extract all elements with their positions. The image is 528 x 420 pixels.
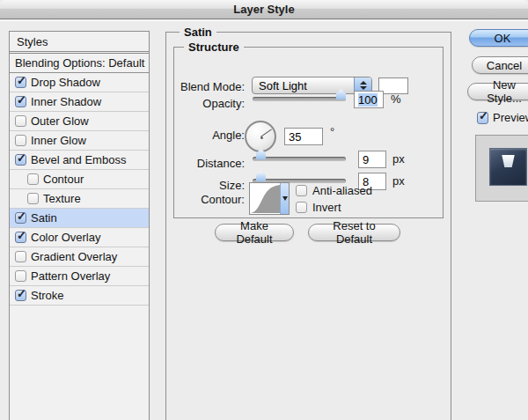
checked-checkbox-icon[interactable] [15,232,26,243]
distance-input[interactable]: 9 [358,151,386,168]
window-title: Layer Style [233,3,294,16]
make-default-button[interactable]: Make Default [215,224,294,241]
sidebar-item-label: Color Overlay [31,231,100,244]
sidebar-item-stroke[interactable]: Stroke [10,286,149,306]
preview-shape [500,155,517,167]
styles-header: Styles [10,32,149,52]
sidebar-item-label: Bevel and Emboss [31,153,126,166]
styles-sidebar: Styles Blending Options: DefaultDrop Sha… [9,31,150,420]
styles-list: Blending Options: DefaultDrop ShadowInne… [10,54,149,306]
angle-input[interactable]: 35 [284,128,323,145]
invert-checkbox-box[interactable] [296,202,307,213]
sidebar-item-label: Satin [31,211,57,225]
sidebar-item-pattern-overlay[interactable]: Pattern Overlay [10,267,149,286]
reset-to-default-button[interactable]: Reset to Default [308,224,400,241]
contour-dropdown-arrow-icon[interactable] [280,183,289,214]
contour-curve-thumbnail [250,183,280,214]
sidebar-item-label: Drop Shadow [31,76,100,89]
sidebar-item-label: Pattern Overlay [31,269,110,283]
blend-mode-value: Soft Light [259,79,307,92]
sidebar-item-blending-options-default[interactable]: Blending Options: Default [10,54,149,73]
checked-checkbox-icon[interactable] [15,154,26,166]
unchecked-checkbox-icon[interactable] [27,173,39,185]
opacity-value: 100 [358,93,378,107]
sidebar-item-texture[interactable]: Texture [10,189,149,209]
checked-checkbox-icon[interactable] [15,96,26,107]
layer-style-dialog: Layer Style Styles Blending Options: Def… [0,0,528,420]
unchecked-checkbox-icon[interactable] [15,270,26,282]
blend-mode-label: Blend Mode: [165,80,245,93]
distance-slider[interactable] [253,157,346,161]
angle-value: 35 [289,130,301,144]
distance-value: 9 [363,153,369,166]
sidebar-item-satin[interactable]: Satin [10,209,149,228]
structure-group: Structure Blend Mode: Soft Light Opacity… [173,47,444,218]
angle-label: Angle: [165,129,245,142]
size-label: Size: [165,179,245,192]
sidebar-item-inner-glow[interactable]: Inner Glow [10,131,149,151]
preview-thumbnail [489,148,527,186]
sidebar-item-color-overlay[interactable]: Color Overlay [10,228,149,247]
angle-dial[interactable] [245,121,276,152]
anti-aliased-checkbox-box[interactable] [296,185,307,196]
cancel-button[interactable]: Cancel [472,56,528,74]
preview-checkbox[interactable]: Preview [477,111,528,124]
ok-button[interactable]: OK [469,29,528,47]
checked-checkbox-icon[interactable] [15,77,26,88]
checked-checkbox-icon[interactable] [15,290,26,301]
sidebar-item-label: Blending Options: Default [15,56,144,70]
invert-label: Invert [312,201,341,214]
sidebar-item-label: Inner Shadow [31,95,101,108]
satin-panel: Satin Structure Blend Mode: Soft Light O… [165,32,451,420]
sidebar-item-label: Texture [43,192,81,205]
sidebar-item-drop-shadow[interactable]: Drop Shadow [10,73,149,92]
preview-checkbox-box[interactable] [477,112,488,124]
sidebar-item-outer-glow[interactable]: Outer Glow [10,112,149,131]
size-unit: px [392,174,405,188]
opacity-input[interactable]: 100 [354,91,384,108]
unchecked-checkbox-icon[interactable] [27,193,39,204]
unchecked-checkbox-icon[interactable] [15,135,26,146]
dialog-body: Styles Blending Options: DefaultDrop Sha… [0,20,528,420]
opacity-label: Opacity: [165,97,245,110]
unchecked-checkbox-icon[interactable] [15,251,26,262]
distance-label: Distance: [165,157,245,170]
sidebar-item-label: Contour [43,173,84,186]
distance-unit: px [392,152,405,166]
checked-checkbox-icon[interactable] [15,212,26,224]
angle-unit: ° [330,125,334,138]
size-slider-thumb[interactable] [256,171,266,181]
sidebar-item-label: Inner Glow [31,134,86,147]
opacity-slider[interactable] [253,97,346,101]
preview-thumbnail-panel [475,135,528,202]
contour-picker[interactable] [249,182,290,215]
structure-group-title: Structure [184,41,244,54]
angle-dial-center [260,136,263,139]
sidebar-item-bevel-and-emboss[interactable]: Bevel and Emboss [10,151,149,170]
contour-label: Contour: [165,193,245,206]
sidebar-item-label: Outer Glow [31,114,89,128]
satin-panel-title: Satin [180,26,216,39]
opacity-unit: % [391,92,401,106]
sidebar-item-contour[interactable]: Contour [10,170,149,189]
preview-label: Preview [493,111,528,124]
invert-checkbox[interactable]: Invert [296,201,341,214]
anti-aliased-label: Anti-aliased [312,184,372,197]
sidebar-item-inner-shadow[interactable]: Inner Shadow [10,92,149,112]
sidebar-item-gradient-overlay[interactable]: Gradient Overlay [10,247,149,267]
title-bar[interactable]: Layer Style [0,0,528,19]
unchecked-checkbox-icon[interactable] [15,115,26,127]
anti-aliased-checkbox[interactable]: Anti-aliased [296,184,372,197]
new-style-button[interactable]: New Style... [467,83,528,100]
sidebar-item-label: Stroke [31,289,64,302]
sidebar-item-label: Gradient Overlay [31,250,117,263]
